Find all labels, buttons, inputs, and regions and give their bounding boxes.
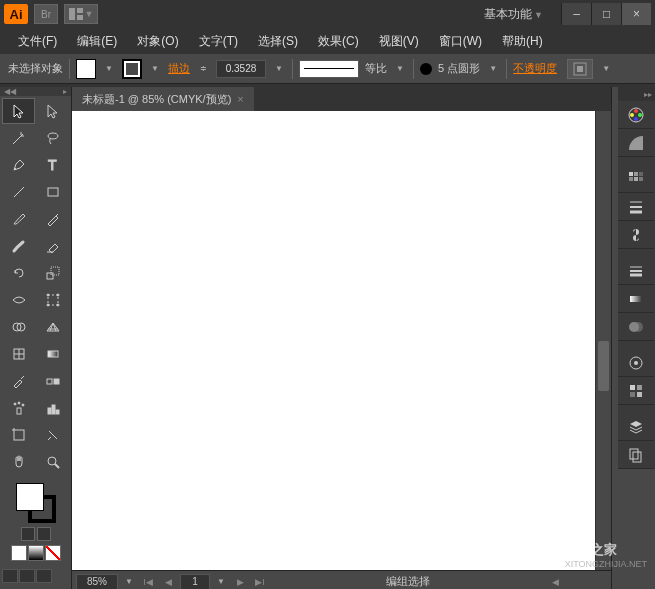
menu-effect[interactable]: 效果(C) bbox=[308, 33, 369, 50]
chevron-down-icon[interactable]: ▼ bbox=[148, 64, 162, 73]
chevron-down-icon[interactable]: ▼ bbox=[393, 64, 407, 73]
draw-behind[interactable] bbox=[19, 569, 35, 583]
hand-tool[interactable] bbox=[2, 449, 35, 475]
svg-rect-46 bbox=[629, 177, 633, 181]
menu-file[interactable]: 文件(F) bbox=[8, 33, 67, 50]
lasso-tool[interactable] bbox=[36, 125, 69, 151]
document-tab[interactable]: 未标题-1 @ 85% (CMYK/预览) × bbox=[72, 87, 254, 111]
chevron-down-icon[interactable]: ▼ bbox=[599, 64, 613, 73]
minimize-button[interactable]: – bbox=[561, 3, 591, 25]
vertical-scrollbar[interactable] bbox=[595, 111, 611, 570]
appearance-panel-icon[interactable] bbox=[618, 349, 654, 377]
stroke-profile[interactable] bbox=[299, 60, 359, 78]
workspace-switcher[interactable]: 基本功能▼ bbox=[476, 6, 551, 23]
menu-select[interactable]: 选择(S) bbox=[248, 33, 308, 50]
stroke-label[interactable]: 描边 bbox=[168, 61, 190, 76]
pen-tool[interactable] bbox=[2, 152, 35, 178]
style-button[interactable] bbox=[567, 59, 593, 79]
draw-inside[interactable] bbox=[36, 569, 52, 583]
color-mode-none[interactable] bbox=[45, 545, 61, 561]
artboard-tool[interactable] bbox=[2, 422, 35, 448]
blend-tool[interactable] bbox=[36, 368, 69, 394]
magic-wand-tool[interactable] bbox=[2, 125, 35, 151]
watermark: 系统之家 XITONGZHIJIA.NET bbox=[529, 541, 647, 569]
menu-edit[interactable]: 编辑(E) bbox=[67, 33, 127, 50]
next-artboard-button[interactable]: ▶ bbox=[232, 574, 248, 590]
arrange-docs-button[interactable]: ▼ bbox=[64, 4, 98, 24]
line-tool[interactable] bbox=[2, 179, 35, 205]
stroke-weight-input[interactable] bbox=[216, 60, 266, 78]
fill-swatch[interactable] bbox=[16, 483, 44, 511]
close-button[interactable]: × bbox=[621, 3, 651, 25]
chevron-down-icon[interactable]: ▼ bbox=[102, 64, 116, 73]
maximize-button[interactable]: □ bbox=[591, 3, 621, 25]
default-fill-stroke[interactable] bbox=[37, 527, 51, 541]
chevron-down-icon[interactable]: ▼ bbox=[122, 577, 136, 586]
svg-point-5 bbox=[48, 133, 58, 139]
swap-fill-stroke[interactable] bbox=[21, 527, 35, 541]
shape-builder-tool[interactable] bbox=[2, 314, 35, 340]
bridge-button[interactable]: Br bbox=[34, 4, 58, 24]
column-graph-tool[interactable] bbox=[36, 395, 69, 421]
hscroll-left[interactable]: ◀ bbox=[547, 574, 563, 590]
fill-color-swatch[interactable] bbox=[76, 59, 96, 79]
color-mode-gradient[interactable] bbox=[28, 545, 44, 561]
selection-tool[interactable] bbox=[2, 98, 35, 124]
scrollbar-thumb[interactable] bbox=[598, 341, 609, 391]
first-artboard-button[interactable]: I◀ bbox=[140, 574, 156, 590]
layers-panel-icon[interactable] bbox=[618, 413, 654, 441]
scale-tool[interactable] bbox=[36, 260, 69, 286]
perspective-grid-tool[interactable] bbox=[36, 314, 69, 340]
artboards-panel-icon[interactable] bbox=[618, 441, 654, 469]
color-panel-icon[interactable] bbox=[618, 101, 654, 129]
canvas[interactable] bbox=[72, 111, 595, 570]
gradient-tool[interactable] bbox=[36, 341, 69, 367]
svg-point-28 bbox=[22, 404, 24, 406]
pencil-tool[interactable] bbox=[36, 206, 69, 232]
brushes-panel-icon[interactable] bbox=[618, 193, 654, 221]
paintbrush-tool[interactable] bbox=[2, 206, 35, 232]
width-tool[interactable] bbox=[2, 287, 35, 313]
type-tool[interactable]: T bbox=[36, 152, 69, 178]
eraser-tool[interactable] bbox=[36, 233, 69, 259]
tools-panel-header[interactable]: ◀◀ ▸ bbox=[0, 87, 71, 96]
brush-value[interactable]: 5 点圆形 bbox=[438, 61, 480, 76]
draw-normal[interactable] bbox=[2, 569, 18, 583]
panel-dock-header[interactable]: ▸▸ bbox=[618, 87, 655, 101]
transparency-panel-icon[interactable] bbox=[618, 313, 654, 341]
stroke-color-swatch[interactable] bbox=[122, 59, 142, 79]
graphic-styles-panel-icon[interactable] bbox=[618, 377, 654, 405]
rotate-tool[interactable] bbox=[2, 260, 35, 286]
mesh-tool[interactable] bbox=[2, 341, 35, 367]
rectangle-tool[interactable] bbox=[36, 179, 69, 205]
menu-text[interactable]: 文字(T) bbox=[189, 33, 248, 50]
close-icon[interactable]: × bbox=[237, 93, 243, 105]
menu-help[interactable]: 帮助(H) bbox=[492, 33, 553, 50]
zoom-tool[interactable] bbox=[36, 449, 69, 475]
color-guide-panel-icon[interactable] bbox=[618, 129, 654, 157]
stroke-panel-icon[interactable] bbox=[618, 257, 654, 285]
menu-object[interactable]: 对象(O) bbox=[127, 33, 188, 50]
chevron-down-icon[interactable]: ▼ bbox=[272, 64, 286, 73]
prev-artboard-button[interactable]: ◀ bbox=[160, 574, 176, 590]
symbol-sprayer-tool[interactable] bbox=[2, 395, 35, 421]
stepper-icon[interactable]: ≑ bbox=[196, 64, 210, 73]
opacity-label[interactable]: 不透明度 bbox=[513, 61, 557, 76]
menu-view[interactable]: 视图(V) bbox=[369, 33, 429, 50]
free-transform-tool[interactable] bbox=[36, 287, 69, 313]
swatches-panel-icon[interactable] bbox=[618, 165, 654, 193]
blob-brush-tool[interactable] bbox=[2, 233, 35, 259]
direct-selection-tool[interactable] bbox=[36, 98, 69, 124]
chevron-down-icon[interactable]: ▼ bbox=[214, 577, 228, 586]
svg-rect-63 bbox=[637, 392, 642, 397]
symbols-panel-icon[interactable] bbox=[618, 221, 654, 249]
zoom-input[interactable] bbox=[76, 574, 118, 590]
menu-window[interactable]: 窗口(W) bbox=[429, 33, 492, 50]
eyedropper-tool[interactable] bbox=[2, 368, 35, 394]
artboard-number-input[interactable] bbox=[180, 574, 210, 590]
color-mode-solid[interactable] bbox=[11, 545, 27, 561]
chevron-down-icon[interactable]: ▼ bbox=[486, 64, 500, 73]
gradient-panel-icon[interactable] bbox=[618, 285, 654, 313]
last-artboard-button[interactable]: ▶I bbox=[252, 574, 268, 590]
slice-tool[interactable] bbox=[36, 422, 69, 448]
